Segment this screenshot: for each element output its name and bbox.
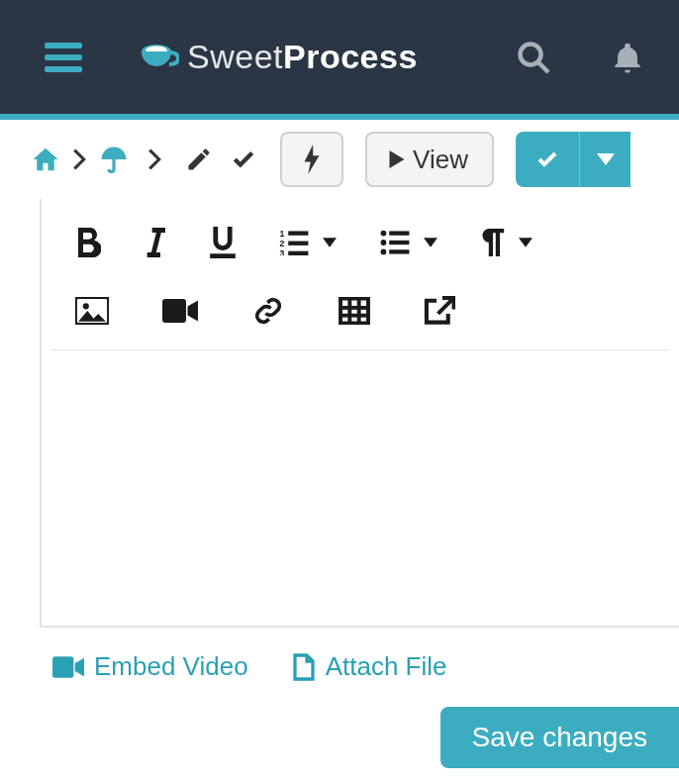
chevron-down-icon bbox=[323, 238, 337, 247]
attach-file-label: Attach File bbox=[326, 651, 447, 682]
save-changes-button[interactable]: Save changes bbox=[440, 707, 679, 768]
brand-logo[interactable]: SweetProcess bbox=[140, 38, 418, 76]
breadcrumb-toolbar: View bbox=[0, 120, 679, 199]
brand-text-thin: Sweet bbox=[187, 38, 283, 76]
editor-toolbar-row-2 bbox=[51, 276, 669, 343]
search-icon[interactable] bbox=[516, 40, 551, 75]
editor-content-area[interactable] bbox=[51, 350, 669, 608]
brand-text-bold: Process bbox=[283, 38, 418, 76]
svg-point-10 bbox=[381, 231, 387, 237]
svg-rect-18 bbox=[162, 299, 186, 323]
chevron-down-icon bbox=[519, 238, 533, 247]
chevron-down-icon bbox=[424, 238, 437, 247]
chevron-right-icon bbox=[72, 148, 86, 170]
bell-icon[interactable] bbox=[611, 40, 644, 75]
quick-action-button[interactable] bbox=[280, 132, 343, 187]
svg-rect-7 bbox=[288, 231, 308, 235]
menu-icon[interactable] bbox=[45, 43, 82, 72]
embed-video-link[interactable]: Embed Video bbox=[52, 651, 248, 682]
insert-image-button[interactable] bbox=[75, 297, 109, 325]
bold-button[interactable] bbox=[75, 228, 101, 257]
insert-video-button[interactable] bbox=[162, 298, 198, 324]
paragraph-format-button[interactable] bbox=[481, 229, 533, 256]
umbrella-icon[interactable] bbox=[96, 145, 132, 174]
open-external-button[interactable] bbox=[424, 296, 455, 326]
svg-point-12 bbox=[381, 249, 387, 255]
underline-button[interactable] bbox=[210, 227, 236, 258]
insert-table-button[interactable] bbox=[339, 297, 370, 325]
footer-actions: Embed Video Attach File bbox=[0, 628, 679, 682]
svg-rect-24 bbox=[52, 656, 73, 677]
insert-link-button[interactable] bbox=[251, 296, 285, 326]
home-icon[interactable] bbox=[29, 145, 62, 174]
svg-text:2: 2 bbox=[280, 239, 285, 248]
view-button-label: View bbox=[413, 145, 468, 175]
svg-point-17 bbox=[83, 303, 89, 309]
svg-rect-14 bbox=[389, 241, 409, 245]
view-button[interactable]: View bbox=[365, 132, 494, 187]
italic-button[interactable] bbox=[145, 228, 166, 257]
edit-icon[interactable] bbox=[185, 146, 213, 173]
editor-toolbar-row-1: 1 2 3 bbox=[51, 219, 669, 276]
checkmark-icon[interactable] bbox=[229, 147, 258, 172]
chevron-right-icon bbox=[147, 148, 161, 170]
svg-text:3: 3 bbox=[280, 248, 285, 255]
svg-point-2 bbox=[521, 44, 541, 64]
cup-icon bbox=[140, 43, 179, 72]
svg-point-11 bbox=[381, 240, 387, 245]
svg-line-3 bbox=[538, 61, 549, 72]
attach-file-link[interactable]: Attach File bbox=[292, 651, 447, 682]
top-nav: SweetProcess bbox=[0, 0, 679, 120]
approve-dropdown-button[interactable] bbox=[579, 132, 630, 187]
svg-rect-8 bbox=[288, 242, 308, 245]
rich-text-editor[interactable]: 1 2 3 bbox=[40, 199, 679, 628]
approve-button[interactable] bbox=[516, 132, 579, 187]
svg-rect-15 bbox=[389, 249, 409, 253]
svg-rect-19 bbox=[340, 299, 368, 324]
embed-video-label: Embed Video bbox=[94, 651, 248, 682]
svg-text:1: 1 bbox=[280, 230, 285, 239]
ordered-list-button[interactable]: 1 2 3 bbox=[279, 230, 337, 255]
svg-rect-13 bbox=[389, 231, 409, 235]
svg-rect-9 bbox=[288, 251, 308, 255]
unordered-list-button[interactable] bbox=[380, 230, 437, 255]
save-changes-label: Save changes bbox=[472, 722, 647, 752]
